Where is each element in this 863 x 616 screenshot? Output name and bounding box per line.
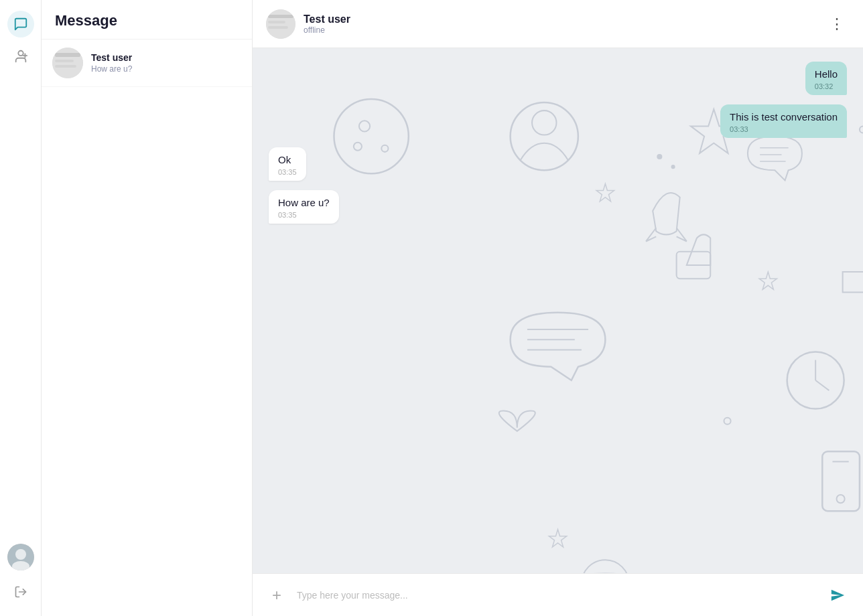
attach-button[interactable]: + (266, 585, 287, 606)
more-options-button[interactable]: ⋮ (824, 13, 850, 35)
msg-time: 03:33 (730, 125, 748, 133)
message-input[interactable] (297, 590, 825, 601)
user-avatar[interactable] (7, 544, 34, 570)
svg-point-0 (18, 51, 23, 56)
msg-time: 03:35 (278, 211, 297, 219)
nav-add-contact-icon[interactable] (7, 43, 34, 70)
message-sent-1: Hello 03:32 (269, 62, 847, 95)
msg-time: 03:35 (278, 168, 297, 176)
chat-main: Test user offline ⋮ (253, 0, 863, 616)
chat-header-name: Test user (304, 13, 824, 25)
logout-icon[interactable] (7, 579, 34, 605)
conv-preview: How are u? (91, 64, 241, 74)
conversations-panel: Message Test user How are u? (42, 0, 253, 616)
svg-point-4 (15, 549, 26, 560)
conv-name: Test user (91, 52, 241, 63)
msg-text: How are u? (278, 197, 330, 208)
message-received-2: How are u? 03:35 (269, 190, 847, 224)
chat-header-avatar (266, 9, 295, 39)
nav-messages-icon[interactable] (7, 11, 34, 37)
sidebar-nav (0, 0, 42, 616)
chat-input-area: + (253, 573, 863, 616)
msg-text: Ok (278, 154, 297, 165)
svg-rect-14 (268, 26, 288, 29)
svg-point-7 (52, 48, 83, 78)
msg-bubble: How are u? 03:35 (269, 190, 339, 224)
msg-time: 03:32 (815, 82, 834, 90)
message-sent-2: This is test conversation 03:33 (269, 104, 847, 138)
svg-rect-10 (55, 65, 76, 68)
msg-bubble: Ok 03:35 (269, 147, 306, 181)
svg-rect-9 (55, 60, 74, 62)
svg-rect-12 (268, 15, 293, 18)
conversations-title: Message (42, 0, 252, 40)
svg-point-11 (266, 9, 295, 39)
chat-header-info: Test user offline (304, 13, 824, 35)
msg-bubble: This is test conversation 03:33 (720, 104, 847, 138)
send-button[interactable] (825, 583, 850, 607)
message-received-1: Ok 03:35 (269, 147, 847, 181)
messages-area: مستقل Hello 03:32 This is test conversat… (253, 48, 863, 573)
svg-rect-8 (55, 53, 80, 57)
chat-header-status: offline (304, 25, 824, 35)
conv-info: Test user How are u? (91, 52, 241, 74)
svg-rect-13 (268, 21, 285, 23)
conv-avatar (52, 48, 83, 78)
conversation-item[interactable]: Test user How are u? (42, 40, 252, 87)
msg-text: This is test conversation (730, 111, 838, 123)
msg-text: Hello (815, 68, 838, 80)
msg-bubble: Hello 03:32 (805, 62, 847, 95)
chat-header: Test user offline ⋮ (253, 0, 863, 48)
messages-content: Hello 03:32 This is test conversation 03… (269, 62, 847, 226)
